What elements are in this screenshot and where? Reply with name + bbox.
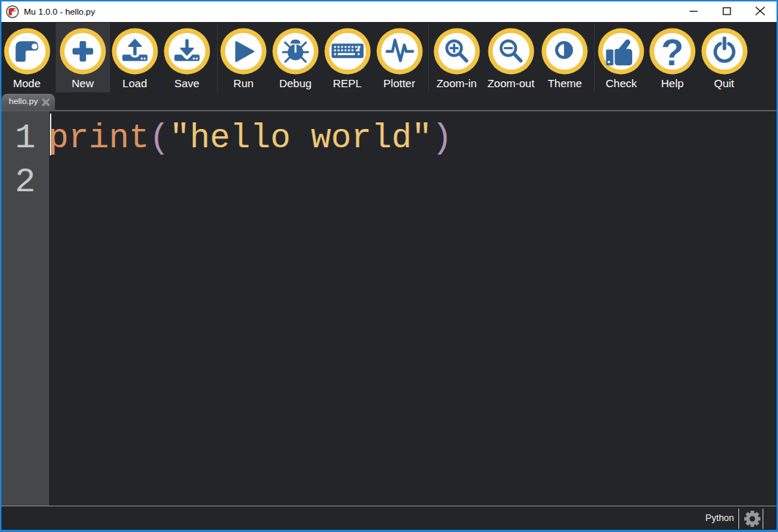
svg-text:?: ?	[661, 32, 684, 73]
